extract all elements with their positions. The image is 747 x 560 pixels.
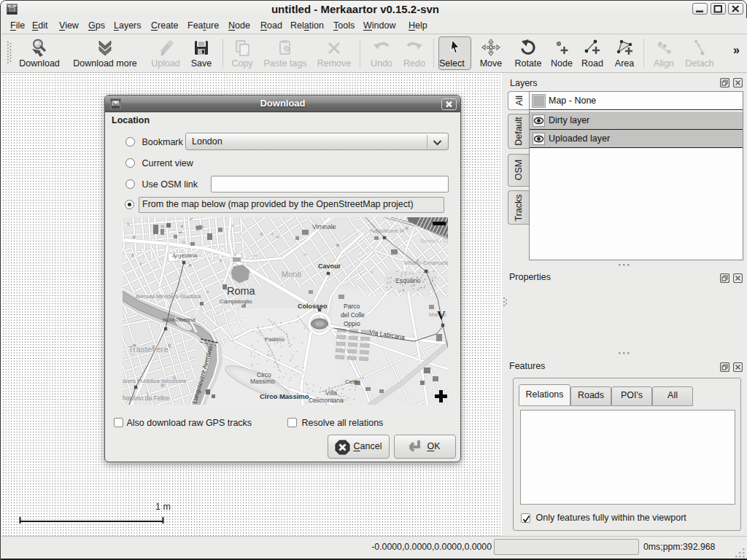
svg-text:Parco: Parco [344, 303, 360, 310]
svg-text:del Colle: del Colle [341, 311, 365, 319]
svg-text:stero Pubblica Istruzione: stero Pubblica Istruzione [123, 378, 187, 384]
svg-text:Colosseo: Colosseo [298, 303, 328, 310]
svg-text:Celimontana: Celimontana [309, 397, 344, 404]
svg-text:Arenula Ministero Giustizia: Arenula Ministero Giustizia [136, 293, 201, 300]
svg-text:Villa: Villa [325, 389, 337, 397]
svg-text:Cavour: Cavour [318, 262, 341, 270]
svg-text:Monti: Monti [282, 270, 301, 279]
svg-text:Isola Tiberina: Isola Tiberina [163, 316, 196, 323]
svg-text:Napoleone III: Napoleone III [370, 228, 405, 234]
svg-text:Campidoglio: Campidoglio [220, 298, 252, 305]
svg-text:Celio: Celio [345, 378, 359, 385]
svg-text:1 m: 1 m [155, 502, 171, 512]
svg-text:Termini - La: Termini - La [419, 238, 448, 244]
svg-text:Argentina: Argentina [172, 252, 198, 259]
svg-text:Oppio: Oppio [344, 320, 360, 327]
svg-text:Circo Massimo: Circo Massimo [260, 392, 309, 400]
svg-text:Esquilino: Esquilino [395, 277, 421, 284]
svg-text:Massimo: Massimo [250, 378, 275, 385]
svg-text:Roma: Roma [227, 285, 256, 297]
svg-text:V: V [437, 309, 446, 322]
svg-text:Vittorio Emanuele: Vittorio Emanuele [403, 260, 448, 266]
svg-text:Palatino: Palatino [265, 336, 285, 343]
svg-text:Trastevere: Trastevere [128, 345, 169, 354]
svg-text:Viminale: Viminale [312, 223, 336, 230]
svg-text:hardino da Feltre: hardino da Feltre [123, 394, 170, 402]
